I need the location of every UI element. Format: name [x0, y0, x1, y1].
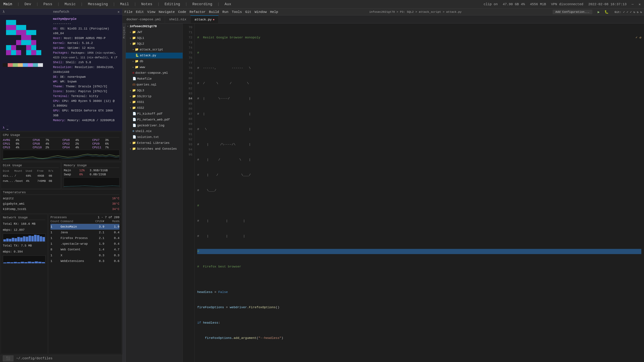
file-tree-scratches[interactable]: ▸ 📁 Scratches and Consoles	[126, 146, 183, 152]
code-var-ffopt: fireFoxOptions	[197, 305, 224, 310]
bottom-tab-terminal[interactable]: ⬛	[3, 355, 14, 362]
proc-cpu-5: 0.3	[89, 253, 104, 258]
ide-menubar: File Edit View Navigate Code Refactor Bu…	[122, 9, 644, 15]
topbar-item-dev[interactable]: Dev	[24, 2, 31, 6]
folder-icon-db: 📁	[135, 59, 138, 64]
topbar-item-aux[interactable]: Aux	[224, 2, 231, 6]
topbar-item-recording[interactable]: Recording	[192, 2, 212, 6]
net-rx-bars	[3, 234, 45, 242]
terminal-close-icon[interactable]: ✕	[118, 10, 120, 14]
ln-78: 78	[183, 65, 192, 70]
file-tree-SQL2[interactable]: ▾ 📁 SQL2	[126, 41, 183, 47]
proc-row-6: 1 WebExtensions 0.3 0.6	[50, 258, 120, 264]
ide-menu-help[interactable]: Help	[270, 10, 278, 14]
file-tree-db[interactable]: ▸ 📁 db	[126, 58, 183, 64]
color-swatch-8	[38, 63, 43, 67]
ide-menu-window[interactable]: Window	[254, 10, 267, 14]
ide-menu-navigate[interactable]: Navigate	[159, 10, 175, 14]
ide-menu-file[interactable]: File	[124, 10, 132, 14]
topbar-item-notes[interactable]: Notes	[141, 2, 152, 6]
topbar-minimize-icon[interactable]: —	[632, 2, 634, 6]
ide-tab-docker[interactable]: docker-compose.yml	[122, 15, 165, 23]
file-tree-SQL3[interactable]: ▸ 📁 SQL3	[126, 88, 183, 93]
file-icon-txt: 📄	[132, 135, 136, 140]
topbar-item-mail[interactable]: Mail	[120, 2, 129, 6]
cpu-val-4: 9%	[16, 142, 22, 145]
net-tx-bar-5	[21, 262, 24, 263]
svg-rect-19	[6, 45, 11, 50]
disk-col-used: Used	[26, 169, 36, 174]
file-tree-XSS1[interactable]: ▸ 📁 XSS1	[126, 99, 183, 105]
svg-rect-6	[21, 25, 26, 30]
file-label-sql1: SQL1	[137, 36, 144, 40]
file-label-makefile: Makefile	[137, 76, 152, 81]
ide-menu-view[interactable]: View	[147, 10, 155, 14]
file-label-solution: solution.txt	[137, 135, 159, 140]
file-label-xss1: XSS1	[137, 100, 144, 105]
file-tree-attack-py[interactable]: 🐍 attack.py	[126, 53, 183, 58]
file-tree-SQL1[interactable]: ▸ 📁 SQL1	[126, 35, 183, 41]
topbar-item-messaging[interactable]: Messaging	[88, 2, 108, 6]
ide-menu-edit[interactable]: Edit	[136, 10, 144, 14]
file-tree-JWT[interactable]: ▸ 📁 JWT	[126, 29, 183, 35]
code-var-headless: headless	[197, 290, 212, 295]
file-tree-XSS2[interactable]: ▾ 📁 XSS2	[126, 105, 183, 111]
topbar-item-editing[interactable]: Editing	[164, 2, 180, 6]
file-tree-www[interactable]: ▸ 📁 www	[126, 64, 183, 70]
code-ascii-77: # | /\----/\ |	[197, 142, 251, 147]
code-line-70: # Resist Google browser monopoly✓ ↺	[197, 35, 641, 40]
ide-menu-run[interactable]: Run	[222, 10, 228, 14]
proc-col-mem: Mem%	[104, 220, 120, 223]
file-tree-attack-script[interactable]: ▾ 📁 attack_script	[126, 47, 183, 53]
neofetch-uptime: Uptime: Uptime: 12 mins	[53, 45, 120, 50]
topbar-item-main[interactable]: Main	[3, 2, 12, 6]
ide-debug-icon[interactable]: 🐛	[604, 10, 608, 14]
topbar-sep-4: |	[113, 2, 115, 6]
code-content[interactable]: # Resist Google browser monopoly✓ ↺ # # …	[194, 23, 644, 362]
topbar-item-music[interactable]: Music	[64, 2, 76, 6]
file-tree-p1-network[interactable]: 📄 P1_network_web.pdf	[126, 117, 183, 123]
topbar-sep-7: |	[185, 2, 187, 6]
disk-name-0: dis...	[3, 173, 13, 179]
ide-add-config-button[interactable]: Add Configuration...	[552, 10, 592, 14]
mem-pct-swap: 0%	[79, 173, 88, 176]
cpu-val-6: 2%	[75, 142, 82, 145]
neofetch-art	[3, 16, 50, 123]
ide-tab-shell[interactable]: shell.nix	[165, 15, 190, 23]
file-label-scratches: Scratches and Consoles	[137, 146, 177, 151]
ide-menu-code[interactable]: Code	[178, 10, 186, 14]
ide-run-icon[interactable]: ▶	[598, 10, 600, 14]
ln-79: 79	[183, 71, 192, 76]
cpu-row-0: CPU04%	[62, 138, 90, 142]
ide-tab-attack[interactable]: attack.py	[190, 15, 219, 23]
net-rx-bar	[3, 234, 46, 242]
ln-80: 80	[183, 76, 192, 81]
file-tree-queries[interactable]: 🗃 queries.sql	[126, 82, 183, 88]
code-paren-92b: )	[291, 361, 293, 362]
code-editor[interactable]: 70 71 72 73 74 75 76 77 78 79 80 81	[183, 23, 644, 362]
file-tree-ext-libraries[interactable]: ▸ 📁 External Libraries	[126, 140, 183, 146]
file-tree-makefile[interactable]: 📄 Makefile	[126, 76, 183, 82]
cpu-name-8: CPU3	[3, 146, 14, 149]
file-tree-solution[interactable]: 📄 solution.txt	[126, 134, 183, 140]
file-tree-p1-kickoff[interactable]: 📄 P1_kickoff.pdf	[126, 111, 183, 117]
code-dot-92: .	[232, 361, 234, 362]
file-tree-docker-compose[interactable]: ⚙ docker-compose.yml	[126, 70, 183, 76]
cpu-row-2: CPU22%	[62, 142, 90, 145]
topbar-item-pass[interactable]: Pass	[44, 2, 52, 6]
net-rx-total: Total RX: 168.6 MB	[3, 221, 46, 227]
topbar-close-icon[interactable]: ✕	[639, 2, 641, 6]
ide-menu-refactor[interactable]: Refactor	[190, 10, 206, 14]
svg-rect-5	[16, 25, 21, 30]
ide-menu-tools[interactable]: Tools	[232, 10, 242, 14]
file-tree-shell-nix[interactable]: ❄ shell.nix	[126, 128, 183, 134]
net-tx-bar-6	[24, 262, 28, 263]
file-tree-SSLStrip[interactable]: ▸ 📁 SSLStrip	[126, 93, 183, 99]
ln-92: 92	[183, 137, 192, 142]
ide-menu-build[interactable]: Build	[209, 10, 219, 14]
ide-menu-git[interactable]: Git	[245, 10, 251, 14]
cpu-row-9: CPU96%	[92, 142, 120, 145]
file-label-shell-nix: shell.nix	[135, 129, 152, 134]
file-tree-geckodriver[interactable]: 📄 geckodriver.log	[126, 123, 183, 129]
code-line-83: # | | |	[197, 234, 641, 239]
